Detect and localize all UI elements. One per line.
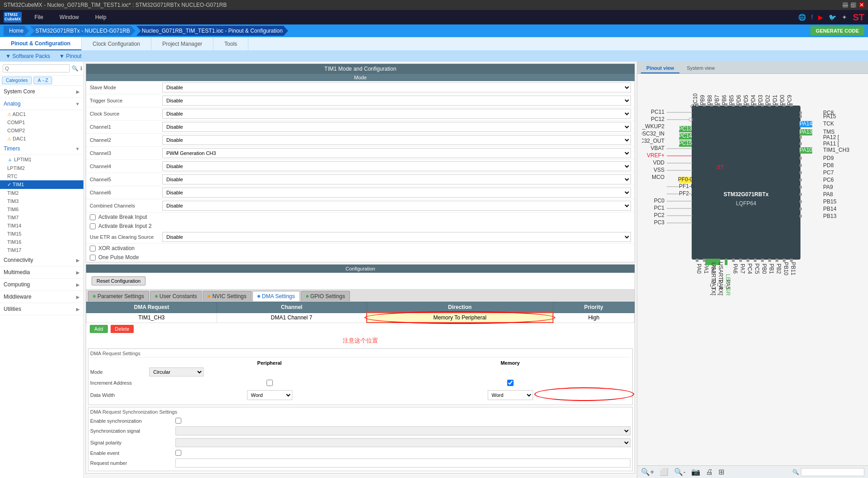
youtube-icon[interactable]: ▶	[818, 14, 823, 21]
enable-sync-checkbox[interactable]	[175, 418, 181, 424]
sync-signal-select[interactable]	[175, 426, 630, 435]
menu-window[interactable]: Window	[56, 12, 82, 22]
sidebar-section-utilities[interactable]: Utilities ▶	[0, 303, 83, 315]
slave-mode-dropdown[interactable]: Disable	[162, 82, 631, 92]
sidebar-section-multimedia[interactable]: Multimedia ▶	[0, 266, 83, 279]
channel4-dropdown[interactable]: Disable	[162, 161, 631, 171]
clock-source-dropdown[interactable]: Disable	[162, 109, 631, 119]
sidebar-item-tim2[interactable]: TIM2	[0, 189, 83, 197]
table-row[interactable]: TIM1_CH3 DMA1 Channel 7 Memory To Periph…	[87, 313, 635, 323]
request-number-input[interactable]	[175, 459, 630, 468]
channel1-dropdown[interactable]: Disable	[162, 122, 631, 132]
channel5-select[interactable]: Disable	[162, 174, 631, 184]
tab-tools[interactable]: Tools	[213, 37, 248, 50]
sidebar-section-computing[interactable]: Computing ▶	[0, 279, 83, 291]
mode-select[interactable]: Circular	[149, 367, 204, 377]
memory-width-select[interactable]: Word Byte Half Word	[488, 390, 533, 400]
sidebar-item-tim3[interactable]: TIM3	[0, 197, 83, 205]
reset-configuration-button[interactable]: Reset Configuration	[92, 276, 145, 285]
software-packs-btn[interactable]: ▼ Software Packs	[5, 53, 50, 59]
channel2-dropdown[interactable]: Disable	[162, 135, 631, 145]
sidebar-section-middleware[interactable]: Middleware ▶	[0, 291, 83, 303]
zoom-out-icon[interactable]: 🔍-	[674, 468, 685, 476]
config-tab-user-constants[interactable]: User Constants	[150, 291, 202, 301]
mode-select-wrap[interactable]: Circular	[149, 367, 390, 377]
activate-break2-checkbox[interactable]	[90, 223, 96, 229]
sidebar-item-tim1[interactable]: ✓ TIM1	[0, 180, 83, 189]
channel6-select[interactable]: Disable	[162, 188, 631, 198]
tab-pinout[interactable]: Pinout & Configuration	[0, 37, 82, 50]
globe-icon[interactable]: 🌐	[798, 14, 806, 21]
sidebar-section-connectivity[interactable]: Connectivity ▶	[0, 254, 83, 266]
trigger-source-select[interactable]: Disable	[162, 96, 631, 106]
etrs-dropdown[interactable]: Disable	[162, 232, 631, 242]
maximize-btn[interactable]: □	[851, 2, 856, 8]
memory-increment-checkbox[interactable]	[507, 380, 514, 386]
add-button[interactable]: Add	[90, 325, 108, 333]
star-icon[interactable]: ✦	[842, 14, 847, 21]
config-tab-dma[interactable]: DMA Settings	[252, 291, 300, 301]
channel1-select[interactable]: Disable	[162, 122, 631, 132]
grid-icon[interactable]: ⊞	[718, 468, 724, 476]
view-tab-pinout[interactable]: Pinout view	[641, 63, 679, 73]
print-icon[interactable]: 🖨	[706, 468, 713, 476]
enable-event-checkbox[interactable]	[175, 450, 181, 456]
twitter-icon[interactable]: 🐦	[829, 14, 836, 21]
tab-project[interactable]: Project Manager	[151, 37, 213, 50]
sidebar-item-tim17[interactable]: TIM17	[0, 246, 83, 254]
peripheral-width-select[interactable]: Word Byte Half Word	[247, 390, 292, 400]
xor-checkbox[interactable]	[90, 246, 96, 251]
sidebar-item-lptim2[interactable]: LPTIM2	[0, 164, 83, 172]
breadcrumb-home[interactable]: Home	[4, 26, 29, 36]
zoom-in-icon[interactable]: 🔍+	[641, 468, 654, 476]
channel3-dropdown[interactable]: PWM Generation CH3	[162, 148, 631, 158]
channel6-dropdown[interactable]: Disable	[162, 188, 631, 198]
combined-channels-dropdown[interactable]: Disable	[162, 201, 631, 211]
sidebar-item-dac1[interactable]: ⚠ DAC1	[0, 135, 83, 143]
sidebar-item-tim7[interactable]: TIM7	[0, 213, 83, 222]
sidebar-item-tim15[interactable]: TIM15	[0, 230, 83, 238]
tab-categories[interactable]: Categories	[2, 77, 32, 84]
sidebar-item-adc1[interactable]: ⚠ ADC1	[0, 110, 83, 118]
pinout-btn[interactable]: ▼ Pinout	[59, 53, 82, 59]
menu-file[interactable]: File	[31, 12, 47, 22]
one-pulse-checkbox[interactable]	[90, 255, 96, 261]
search-input[interactable]	[3, 64, 70, 72]
sidebar-item-comp1[interactable]: COMP1	[0, 118, 83, 126]
sidebar-item-rtc[interactable]: RTC	[0, 172, 83, 180]
menu-help[interactable]: Help	[92, 12, 110, 22]
close-btn[interactable]: ✕	[859, 2, 864, 8]
channel5-dropdown[interactable]: Disable	[162, 174, 631, 184]
etrs-select[interactable]: Disable	[162, 232, 631, 242]
generate-code-button[interactable]: GENERATE CODE	[810, 26, 864, 35]
delete-button[interactable]: Delete	[111, 325, 134, 333]
sidebar-item-comp2[interactable]: COMP2	[0, 126, 83, 135]
slave-mode-select[interactable]: Disable	[162, 82, 631, 92]
sidebar-item-lptim1[interactable]: ▲ LPTIM1	[0, 155, 83, 164]
tab-clock[interactable]: Clock Configuration	[82, 37, 151, 50]
peripheral-increment-checkbox[interactable]	[267, 380, 273, 386]
sidebar-section-system-core[interactable]: System Core ▶	[0, 86, 83, 98]
channel4-select[interactable]: Disable	[162, 161, 631, 171]
fit-screen-icon[interactable]: ⬜	[659, 468, 669, 476]
view-tab-system[interactable]: System view	[681, 63, 720, 73]
channel3-select[interactable]: PWM Generation CH3	[162, 148, 631, 158]
breadcrumb-board[interactable]: STM32G071RBTx - NUCLEO-G071RB	[30, 26, 136, 36]
trigger-source-dropdown[interactable]: Disable	[162, 96, 631, 106]
sidebar-item-tim6[interactable]: TIM6	[0, 205, 83, 213]
config-tab-parameter[interactable]: Parameter Settings	[88, 291, 149, 301]
tab-az[interactable]: A→Z	[34, 77, 52, 84]
minimize-btn[interactable]: —	[843, 2, 848, 8]
clock-source-select[interactable]: Disable	[162, 109, 631, 119]
breadcrumb-file[interactable]: Nucleo_G071RB_TIM_TEST1.ioc - Pinout & C…	[136, 26, 288, 36]
sidebar-section-timers[interactable]: Timers ▼	[0, 143, 83, 155]
sidebar-section-analog[interactable]: Analog ▼	[0, 98, 83, 110]
facebook-icon[interactable]: f	[811, 14, 813, 21]
signal-polarity-select[interactable]	[175, 438, 630, 447]
config-tab-gpio[interactable]: GPIO Settings	[301, 291, 350, 301]
activate-break-checkbox[interactable]	[90, 214, 96, 220]
sidebar-item-tim14[interactable]: TIM14	[0, 222, 83, 230]
chip-search-input[interactable]	[801, 468, 864, 476]
screenshot-icon[interactable]: 📷	[691, 468, 700, 476]
config-tab-nvic[interactable]: NVIC Settings	[203, 291, 251, 301]
